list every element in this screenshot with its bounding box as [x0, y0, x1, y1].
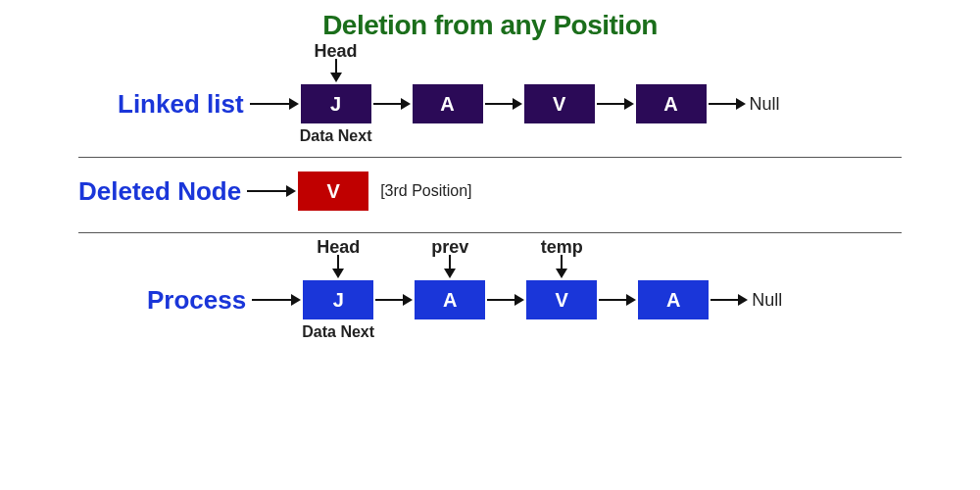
data-next-label: Data Next [300, 127, 372, 145]
arrow-right-icon [487, 294, 524, 306]
deleted-node-label: Deleted Node [78, 176, 241, 207]
null-terminal: Null [752, 290, 782, 311]
divider [78, 232, 902, 233]
position-note: [3rd Position] [380, 182, 471, 200]
arrow-right-icon [252, 294, 301, 306]
node-value: A [440, 93, 454, 116]
node-blue: temp V [526, 280, 597, 319]
arrow-right-icon [710, 294, 748, 306]
arrow-right-icon [373, 98, 411, 110]
linked-list-section: Linked list Head J Data Next A V A Null [39, 84, 941, 131]
linked-list-label: Linked list [118, 89, 244, 120]
arrow-down-icon [330, 59, 342, 82]
arrow-right-icon [709, 98, 746, 110]
arrow-down-icon [332, 255, 344, 278]
node-blue: prev A [415, 280, 485, 319]
arrow-down-icon [444, 255, 456, 278]
divider [78, 157, 902, 158]
node-red: V [298, 172, 368, 211]
process-row: Process Head J Data Next prev A temp V A… [39, 280, 941, 319]
process-section: Process Head J Data Next prev A temp V A… [39, 280, 941, 327]
arrow-right-icon [250, 98, 299, 110]
process-label: Process [147, 285, 246, 316]
node-blue: Head J Data Next [303, 280, 373, 319]
data-next-label: Data Next [302, 323, 374, 341]
node-value: A [443, 289, 457, 312]
node-blue: A [638, 280, 709, 319]
deleted-node-section: Deleted Node V [3rd Position] [39, 172, 941, 219]
node-purple: A [636, 84, 707, 123]
null-terminal: Null [750, 94, 780, 115]
arrow-right-icon [375, 294, 413, 306]
node-purple: A [413, 84, 483, 123]
node-value: A [663, 93, 677, 116]
deleted-node-row: Deleted Node V [3rd Position] [39, 172, 941, 211]
arrow-right-icon [485, 98, 522, 110]
arrow-right-icon [597, 98, 634, 110]
node-purple: Head J Data Next [301, 84, 371, 123]
arrow-down-icon [556, 255, 567, 278]
arrow-right-icon [247, 185, 296, 197]
page-title: Deletion from any Position [39, 10, 941, 41]
arrow-right-icon [599, 294, 636, 306]
node-value: J [333, 289, 344, 312]
node-value: V [556, 289, 568, 312]
node-purple: V [524, 84, 595, 123]
node-value: A [666, 289, 680, 312]
linked-list-row: Linked list Head J Data Next A V A Null [39, 84, 941, 123]
node-value: J [330, 93, 341, 116]
node-value: V [553, 93, 565, 116]
node-value: V [326, 180, 339, 203]
